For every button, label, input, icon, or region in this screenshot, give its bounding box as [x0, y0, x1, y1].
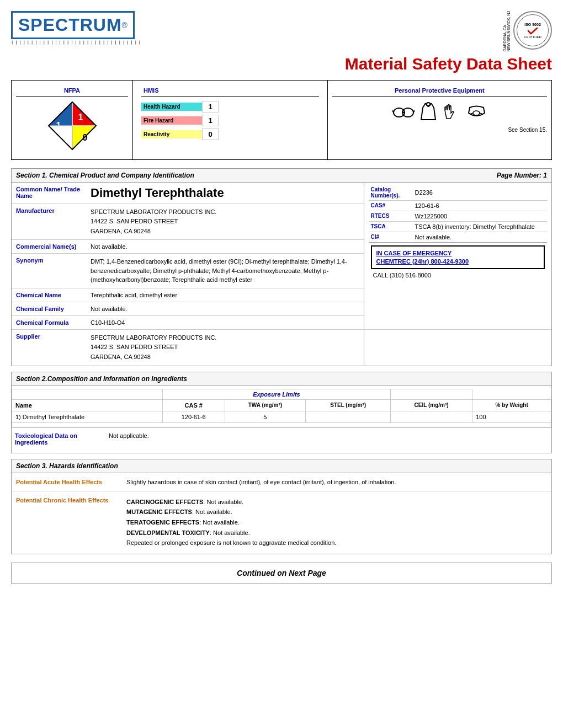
catalog-label: Catalog Number(s).: [369, 185, 413, 201]
ingredients-table: Exposure Limits Name CAS # TWA (mg/m³) S…: [12, 389, 551, 427]
svg-line-12: [413, 110, 415, 113]
mutagenic-term: MUTAGENIC EFFECTS: [126, 508, 192, 515]
hmis-reactivity-row: Reactivity 0: [141, 129, 319, 140]
safety-glasses-icon: [392, 105, 415, 119]
section3-header: Section 3. Hazards Identification: [12, 459, 551, 473]
iso-label: ISO 9002: [524, 23, 541, 26]
section2-header: Section 2.Composition and Information on…: [12, 372, 551, 386]
manufacturer-address1: 14422 S. SAN PEDRO STREET: [91, 217, 359, 227]
hmis-cell: HMIS Health Hazard 1 Fire Hazard 1 React…: [133, 80, 328, 159]
s1-product-name-cell: Dimethyl Terephthalate: [86, 183, 364, 204]
ingredient1-twa: 5: [225, 411, 306, 422]
iso-checkmark-icon: [527, 26, 538, 35]
cas-value: 120-61-6: [413, 200, 548, 211]
respirator-icon: [467, 102, 486, 121]
location-text: GARDENA, CA NEW BRUNSWICK, NJ: [503, 11, 511, 52]
svg-line-15: [470, 113, 473, 114]
teratogenic-value: : Not available.: [199, 519, 240, 526]
spectrum-logo: SPECTRUM® ||||||||||||||||||||||||||||||…: [11, 11, 142, 45]
manufacturer-value-cell: SPECTRUM LABORATORY PRODUCTS INC. 14422 …: [86, 204, 364, 240]
col-cas-header: CAS #: [162, 399, 225, 411]
ci-value: Not available.: [413, 232, 548, 242]
tox-label: Toxicological Data on Ingredients: [15, 432, 109, 446]
col-ceil-header: CEIL (mg/m³): [391, 399, 472, 411]
manufacturer-name: SPECTRUM LABORATORY PRODUCTS INC.: [91, 207, 359, 217]
acute-effects-row: Potential Acute Health Effects Slightly …: [12, 473, 551, 491]
exposure-limits-header: Exposure Limits: [162, 389, 390, 399]
s1-tsca-row: TSCA TSCA 8(b) inventory: Dimethyl Terep…: [369, 221, 548, 232]
ingredient1-ceil: [391, 411, 472, 422]
product-name: Dimethyl Terephthalate: [91, 186, 224, 200]
toxicological-row: Toxicological Data on Ingredients Not ap…: [12, 427, 551, 450]
gloves-icon: [442, 102, 461, 121]
rtecs-value: Wz1225000: [413, 211, 548, 221]
manufacturer-label-cell: Manufacturer: [12, 204, 86, 240]
tsca-label: TSCA: [369, 221, 413, 232]
hmis-fire-label: Fire Hazard: [141, 116, 202, 125]
hmis-fire-value: 1: [202, 115, 219, 126]
s1-name-row: Common Name/ Trade Name Dimethyl Terepht…: [12, 183, 551, 204]
ppe-cell: Personal Protective Equipment: [327, 80, 551, 159]
carcinogenic-term: CARCINOGENIC EFFECTS: [126, 499, 203, 505]
iso-certified: CERTIFIED: [524, 35, 541, 39]
s1-right-panel: Catalog Number(s). D2236 CAS# 120-61-6 R…: [364, 183, 551, 330]
chronic-effects-row: Potential Chronic Health Effects CARCINO…: [12, 491, 551, 554]
chemical-formula-value-cell: C10-H10-O4: [86, 315, 364, 329]
cas-label: CAS#: [369, 200, 413, 211]
emergency-chemtrec: CHEMTREC (24hr) 800-424-9300: [376, 258, 540, 265]
acute-effects-value: Slightly hazardous in case of skin conta…: [126, 479, 396, 485]
hmis-health-value: 1: [202, 101, 219, 113]
hmis-fire-row: Fire Hazard 1: [141, 115, 319, 126]
s1-catalog-row: Catalog Number(s). D2236: [369, 185, 548, 201]
chemical-family-value-cell: Not available.: [86, 302, 364, 315]
hmis-header: HMIS: [141, 85, 319, 97]
section1-box: Section 1. Chemical Product and Company …: [11, 168, 552, 366]
logo-text: SPECTRUM: [18, 15, 122, 35]
ppe-header: Personal Protective Equipment: [332, 85, 547, 97]
iso-badge: ISO 9002 CERTIFIED: [513, 11, 552, 50]
ingredient1-pct: 100: [472, 411, 551, 422]
teratogenic-term: TERATOGENIC EFFECTS: [126, 519, 199, 526]
chemical-name-label: Chemical Name: [16, 292, 61, 298]
ingredient1-cas: 120-61-6: [162, 411, 225, 422]
lab-coat-icon: [420, 102, 437, 121]
supplier-label-cell: Supplier: [12, 329, 86, 365]
section1-header: Section 1. Chemical Product and Company …: [12, 169, 551, 183]
svg-point-13: [427, 103, 430, 106]
emergency-box: IN CASE OF EMERGENCY CHEMTREC (24hr) 800…: [371, 245, 545, 269]
rtecs-label: RTECS: [369, 211, 413, 221]
s1-cas-row: CAS# 120-61-6: [369, 200, 548, 211]
catalog-value: D2236: [413, 185, 548, 201]
section2-box: Section 2.Composition and Information on…: [11, 372, 552, 453]
page-header: SPECTRUM® ||||||||||||||||||||||||||||||…: [11, 11, 552, 52]
developmental-term: DEVELOPMENTAL TOXICITY: [126, 529, 210, 536]
svg-line-16: [480, 113, 483, 114]
col-pct-header: % by Weight: [472, 399, 551, 411]
chemical-family-label-cell: Chemical Family: [12, 302, 86, 315]
hmis-health-label: Health Hazard: [141, 103, 202, 111]
hmis-reactivity-label: Reactivity: [141, 130, 202, 138]
hmis-reactivity-value: 0: [202, 129, 219, 140]
chemical-name-label-cell: Chemical Name: [12, 288, 86, 302]
ppe-icons-row: [332, 97, 547, 127]
col-headers-row: Name CAS # TWA (mg/m³) STEL (mg/m³) CEIL…: [12, 399, 551, 411]
emergency-title: IN CASE OF EMERGENCY: [376, 250, 540, 256]
developmental-value: : Not available.: [210, 529, 250, 536]
chronic-effects-label: Potential Chronic Health Effects: [16, 497, 126, 548]
col-twa-header: TWA (mg/m³): [225, 399, 306, 411]
logo-reg: ®: [122, 21, 128, 30]
col-stel-header: STEL (mg/m³): [306, 399, 391, 411]
synonym-label-cell: Synonym: [12, 254, 86, 288]
repeated-exposure: Repeated or prolonged exposure is not kn…: [126, 538, 336, 548]
supplier-name: SPECTRUM LABORATORY PRODUCTS INC.: [91, 333, 359, 343]
manufacturer-label: Manufacturer: [16, 207, 55, 214]
s1-rtecs-row: RTECS Wz1225000: [369, 211, 548, 221]
exposure-header-row: Exposure Limits: [12, 389, 551, 399]
commercial-label: Commercial Name(s): [16, 243, 76, 250]
chemical-formula-label-cell: Chemical Formula: [12, 315, 86, 329]
chemical-formula-label: Chemical Formula: [16, 319, 68, 326]
synonym-value-cell: DMT; 1,4-Benzenedicarboxylic acid, dimet…: [86, 254, 364, 288]
supplier-label: Supplier: [16, 333, 40, 340]
svg-text:1: 1: [78, 113, 83, 122]
nfpa-diamond-icon: 1 1 0: [47, 101, 97, 151]
